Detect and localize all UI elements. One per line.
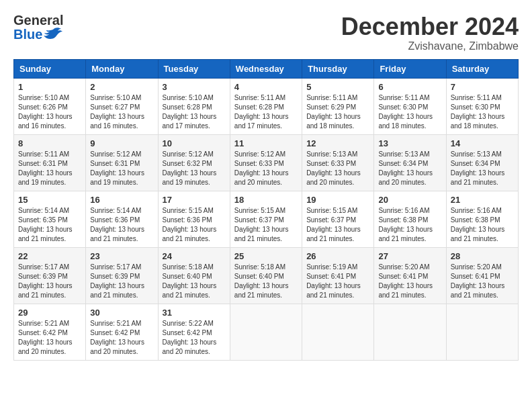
day-detail: Sunrise: 5:12 AMSunset: 6:31 PMDaylight:… (90, 150, 153, 187)
day-number: 15 (18, 195, 81, 205)
day-detail: Sunrise: 5:11 AMSunset: 6:31 PMDaylight:… (18, 150, 81, 187)
day-number: 28 (451, 251, 514, 261)
day-detail: Sunrise: 5:12 AMSunset: 6:32 PMDaylight:… (163, 150, 226, 187)
calendar-title-area: December 2024 Zvishavane, Zimbabwe (341, 13, 519, 52)
day-detail: Sunrise: 5:11 AMSunset: 6:28 PMDaylight:… (234, 93, 298, 131)
location-title: Zvishavane, Zimbabwe (341, 40, 519, 52)
day-number: 27 (378, 251, 441, 261)
calendar-cell: 22Sunrise: 5:17 AMSunset: 6:39 PMDayligh… (14, 247, 86, 304)
day-detail: Sunrise: 5:10 AMSunset: 6:28 PMDaylight:… (163, 93, 226, 131)
day-number: 22 (18, 251, 81, 261)
day-detail: Sunrise: 5:11 AMSunset: 6:30 PMDaylight:… (451, 93, 514, 131)
calendar-cell: 3Sunrise: 5:10 AMSunset: 6:28 PMDaylight… (158, 78, 230, 134)
day-number: 1 (18, 82, 81, 92)
day-number: 18 (234, 195, 298, 205)
calendar-cell: 27Sunrise: 5:20 AMSunset: 6:41 PMDayligh… (374, 247, 446, 304)
calendar-cell: 9Sunrise: 5:12 AMSunset: 6:31 PMDaylight… (86, 134, 158, 191)
column-header-saturday: Saturday (446, 59, 518, 78)
calendar-cell: 18Sunrise: 5:15 AMSunset: 6:37 PMDayligh… (230, 191, 302, 247)
day-detail: Sunrise: 5:11 AMSunset: 6:30 PMDaylight:… (378, 93, 441, 131)
day-number: 23 (90, 251, 153, 261)
calendar-cell: 8Sunrise: 5:11 AMSunset: 6:31 PMDaylight… (14, 134, 86, 191)
day-number: 10 (163, 138, 226, 148)
calendar-cell: 28Sunrise: 5:20 AMSunset: 6:41 PMDayligh… (446, 247, 518, 304)
day-detail: Sunrise: 5:11 AMSunset: 6:29 PMDaylight:… (306, 93, 369, 131)
day-detail: Sunrise: 5:15 AMSunset: 6:36 PMDaylight:… (163, 206, 226, 244)
calendar-cell: 21Sunrise: 5:16 AMSunset: 6:38 PMDayligh… (446, 191, 518, 247)
day-number: 30 (90, 308, 153, 318)
page-header: General Blue December 2024 Zvishavane, Z… (13, 13, 519, 52)
day-number: 3 (163, 82, 226, 92)
calendar-cell: 14Sunrise: 5:13 AMSunset: 6:34 PMDayligh… (446, 134, 518, 191)
calendar-cell: 4Sunrise: 5:11 AMSunset: 6:28 PMDaylight… (230, 78, 302, 134)
day-number: 26 (306, 251, 369, 261)
calendar-cell: 6Sunrise: 5:11 AMSunset: 6:30 PMDaylight… (374, 78, 446, 134)
calendar-cell: 26Sunrise: 5:19 AMSunset: 6:41 PMDayligh… (302, 247, 374, 304)
calendar-cell: 16Sunrise: 5:14 AMSunset: 6:36 PMDayligh… (86, 191, 158, 247)
logo: General Blue (13, 13, 63, 42)
day-number: 25 (234, 251, 298, 261)
calendar-cell: 25Sunrise: 5:18 AMSunset: 6:40 PMDayligh… (230, 247, 302, 304)
calendar-cell: 30Sunrise: 5:21 AMSunset: 6:42 PMDayligh… (86, 304, 158, 360)
calendar-header-row: SundayMondayTuesdayWednesdayThursdayFrid… (14, 59, 519, 78)
column-header-monday: Monday (86, 59, 158, 78)
calendar-cell: 23Sunrise: 5:17 AMSunset: 6:39 PMDayligh… (86, 247, 158, 304)
day-detail: Sunrise: 5:14 AMSunset: 6:35 PMDaylight:… (18, 206, 81, 244)
day-detail: Sunrise: 5:15 AMSunset: 6:37 PMDaylight:… (306, 206, 369, 244)
logo-bird-icon (44, 27, 62, 42)
day-number: 24 (163, 251, 226, 261)
calendar-cell: 12Sunrise: 5:13 AMSunset: 6:33 PMDayligh… (302, 134, 374, 191)
day-detail: Sunrise: 5:21 AMSunset: 6:42 PMDaylight:… (90, 319, 153, 357)
column-header-tuesday: Tuesday (158, 59, 230, 78)
day-number: 8 (18, 138, 81, 148)
day-detail: Sunrise: 5:10 AMSunset: 6:26 PMDaylight:… (18, 93, 81, 131)
day-detail: Sunrise: 5:17 AMSunset: 6:39 PMDaylight:… (90, 263, 153, 300)
calendar-cell (374, 304, 446, 360)
day-number: 2 (90, 82, 153, 92)
day-detail: Sunrise: 5:20 AMSunset: 6:41 PMDaylight:… (378, 263, 441, 300)
calendar-cell: 19Sunrise: 5:15 AMSunset: 6:37 PMDayligh… (302, 191, 374, 247)
day-number: 16 (90, 195, 153, 205)
day-number: 12 (306, 138, 369, 148)
day-detail: Sunrise: 5:20 AMSunset: 6:41 PMDaylight:… (451, 263, 514, 300)
calendar-week-row: 8Sunrise: 5:11 AMSunset: 6:31 PMDaylight… (14, 134, 519, 191)
column-header-friday: Friday (374, 59, 446, 78)
day-detail: Sunrise: 5:14 AMSunset: 6:36 PMDaylight:… (90, 206, 153, 244)
calendar-cell: 20Sunrise: 5:16 AMSunset: 6:38 PMDayligh… (374, 191, 446, 247)
calendar-cell: 24Sunrise: 5:18 AMSunset: 6:40 PMDayligh… (158, 247, 230, 304)
day-number: 13 (378, 138, 441, 148)
day-detail: Sunrise: 5:15 AMSunset: 6:37 PMDaylight:… (234, 206, 298, 244)
calendar-week-row: 29Sunrise: 5:21 AMSunset: 6:42 PMDayligh… (14, 304, 519, 360)
day-detail: Sunrise: 5:18 AMSunset: 6:40 PMDaylight:… (163, 263, 226, 300)
calendar-cell: 10Sunrise: 5:12 AMSunset: 6:32 PMDayligh… (158, 134, 230, 191)
day-detail: Sunrise: 5:16 AMSunset: 6:38 PMDaylight:… (451, 206, 514, 244)
calendar-cell: 13Sunrise: 5:13 AMSunset: 6:34 PMDayligh… (374, 134, 446, 191)
day-detail: Sunrise: 5:12 AMSunset: 6:33 PMDaylight:… (234, 150, 298, 187)
day-number: 14 (451, 138, 514, 148)
logo-blue: Blue (13, 28, 42, 41)
day-number: 29 (18, 308, 81, 318)
calendar-cell (302, 304, 374, 360)
day-number: 7 (451, 82, 514, 92)
calendar-cell: 11Sunrise: 5:12 AMSunset: 6:33 PMDayligh… (230, 134, 302, 191)
day-detail: Sunrise: 5:21 AMSunset: 6:42 PMDaylight:… (18, 319, 81, 357)
day-number: 9 (90, 138, 153, 148)
calendar-week-row: 1Sunrise: 5:10 AMSunset: 6:26 PMDaylight… (14, 78, 519, 134)
calendar-cell: 29Sunrise: 5:21 AMSunset: 6:42 PMDayligh… (14, 304, 86, 360)
day-detail: Sunrise: 5:13 AMSunset: 6:33 PMDaylight:… (306, 150, 369, 187)
calendar-week-row: 22Sunrise: 5:17 AMSunset: 6:39 PMDayligh… (14, 247, 519, 304)
calendar-cell (230, 304, 302, 360)
calendar-table: SundayMondayTuesdayWednesdayThursdayFrid… (13, 59, 519, 361)
calendar-cell: 17Sunrise: 5:15 AMSunset: 6:36 PMDayligh… (158, 191, 230, 247)
calendar-cell: 2Sunrise: 5:10 AMSunset: 6:27 PMDaylight… (86, 78, 158, 134)
day-number: 6 (378, 82, 441, 92)
month-title: December 2024 (341, 13, 519, 40)
day-number: 31 (163, 308, 226, 318)
day-number: 11 (234, 138, 298, 148)
day-number: 21 (451, 195, 514, 205)
day-detail: Sunrise: 5:22 AMSunset: 6:42 PMDaylight:… (163, 319, 226, 357)
day-detail: Sunrise: 5:16 AMSunset: 6:38 PMDaylight:… (378, 206, 441, 244)
calendar-cell: 31Sunrise: 5:22 AMSunset: 6:42 PMDayligh… (158, 304, 230, 360)
day-detail: Sunrise: 5:10 AMSunset: 6:27 PMDaylight:… (90, 93, 153, 131)
calendar-cell: 15Sunrise: 5:14 AMSunset: 6:35 PMDayligh… (14, 191, 86, 247)
